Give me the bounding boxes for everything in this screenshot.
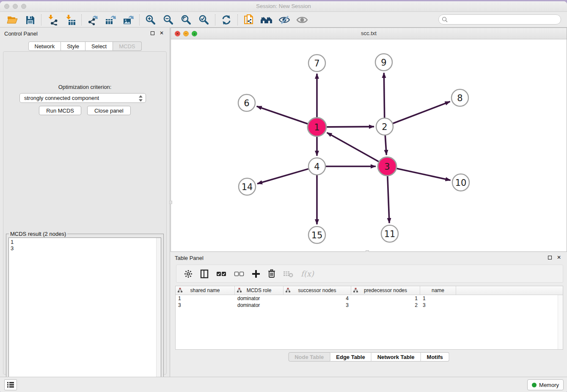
graph-edge-4-14[interactable] [257, 169, 308, 184]
column-header-MCDS-role[interactable]: MCDS role [235, 286, 284, 295]
graph-edge-1-6[interactable] [257, 106, 308, 124]
tab-edge-table[interactable]: Edge Table [330, 352, 371, 362]
graph-node-7[interactable]: 7 [308, 55, 325, 72]
hide-selected-button[interactable] [275, 13, 293, 27]
import-table-button[interactable] [61, 13, 79, 27]
column-header-successor-nodes[interactable]: successor nodes [284, 286, 351, 295]
graph-node-15[interactable]: 15 [308, 226, 325, 243]
graph-node-6[interactable]: 6 [238, 94, 255, 111]
duplicate-network-button[interactable] [240, 13, 258, 27]
graph-node-14[interactable]: 14 [239, 178, 256, 195]
graph-node-4[interactable]: 4 [308, 158, 325, 175]
apply-layout-button[interactable] [217, 13, 235, 27]
tab-style[interactable]: Style [61, 41, 85, 51]
show-column-panel-button[interactable] [200, 268, 209, 280]
zoom-selected-button[interactable] [195, 13, 213, 27]
column-header-predecessor-nodes[interactable]: predecessor nodes [351, 286, 420, 295]
table-cell[interactable]: 4 [284, 295, 351, 302]
table-cell[interactable]: 3 [284, 302, 351, 309]
control-panel-header: Control Panel ✕ [0, 28, 170, 39]
table-cell[interactable]: 1 [176, 295, 235, 302]
close-panel-button[interactable]: ✕ [159, 30, 165, 36]
close-panel-action-button[interactable]: Close panel [87, 106, 131, 115]
graph-edge-3-11[interactable] [388, 176, 389, 223]
tab-select[interactable]: Select [85, 41, 113, 51]
graph-node-10[interactable]: 10 [452, 174, 469, 191]
memory-button[interactable]: Memory [527, 379, 564, 390]
graph-node-11[interactable]: 11 [381, 225, 398, 242]
graph-node-label: 2 [382, 122, 387, 132]
show-all-networks-button[interactable] [258, 13, 275, 27]
tab-mcds[interactable]: MCDS [113, 41, 141, 51]
table-cell[interactable]: dominator [235, 295, 284, 302]
table-cell[interactable]: dominator [235, 302, 284, 309]
search-input[interactable] [438, 14, 561, 25]
tab-node-table[interactable]: Node Table [288, 352, 330, 362]
column-label: successor nodes [298, 287, 336, 293]
graph-node-9[interactable]: 9 [375, 54, 392, 71]
graph-edge-1-2[interactable] [327, 127, 374, 127]
gear-icon [184, 270, 193, 278]
table-cell[interactable]: 3 [420, 302, 456, 309]
tab-motifs[interactable]: Motifs [421, 352, 449, 362]
graph-edge-3-10[interactable] [396, 168, 450, 180]
deselect-all-icon [234, 271, 244, 276]
graph-edge-2-3[interactable] [385, 135, 386, 155]
table-row[interactable]: 3dominator323 [176, 302, 563, 309]
table-options-button[interactable] [184, 268, 193, 280]
delete-row-button[interactable] [268, 268, 275, 280]
vertical-splitter-grip[interactable] [169, 201, 172, 204]
graph-node-2[interactable]: 2 [376, 118, 393, 135]
graph-node-8[interactable]: 8 [451, 89, 468, 106]
float-table-panel-button[interactable] [547, 254, 553, 260]
delete-table-button[interactable] [283, 268, 293, 280]
table-scrollbar[interactable] [558, 295, 563, 349]
tab-network[interactable]: Network [28, 41, 61, 51]
refresh-icon [221, 14, 232, 25]
open-session-button[interactable] [3, 13, 21, 27]
select-all-button[interactable] [216, 268, 226, 280]
zoom-in-icon [145, 14, 156, 25]
deselect-all-button[interactable] [234, 268, 244, 280]
table-cell[interactable]: 1 [420, 295, 456, 302]
graph-node-label: 11 [384, 229, 396, 239]
show-hidden-button[interactable] [293, 13, 311, 27]
export-table-button[interactable] [102, 13, 119, 27]
column-header-name[interactable]: name [420, 286, 456, 295]
hierarchy-icon [178, 288, 182, 293]
graph-node-3[interactable]: 3 [378, 157, 396, 176]
graph-edge-2-8[interactable] [393, 102, 450, 124]
criterion-select[interactable]: strongly connected component [19, 93, 146, 103]
mcds-result-text[interactable]: 1 3 [8, 237, 161, 392]
apply-function-button[interactable]: f(x) [301, 268, 314, 280]
network-canvas[interactable]: 7968124314101511 [171, 39, 567, 251]
optimization-criterion-label: Optimization criterion: [3, 84, 166, 90]
zoom-in-button[interactable] [142, 13, 160, 27]
import-network-button[interactable] [44, 13, 61, 27]
float-panel-button[interactable] [149, 30, 155, 36]
task-history-button[interactable] [4, 379, 17, 390]
save-session-button[interactable] [21, 13, 39, 27]
table-cell[interactable]: 1 [351, 295, 420, 302]
column-header-shared-name[interactable]: shared name [176, 286, 235, 295]
zoom-fit-button[interactable] [177, 13, 195, 27]
graph-edge-2-9[interactable] [384, 73, 384, 118]
graph-edge-3-1[interactable] [327, 133, 379, 162]
close-table-panel-button[interactable]: ✕ [556, 254, 562, 260]
table-cell[interactable]: 2 [351, 302, 420, 309]
table-row[interactable]: 1dominator411 [176, 295, 563, 302]
add-row-button[interactable] [252, 268, 260, 280]
tab-network-table[interactable]: Network Table [372, 352, 421, 362]
export-network-button[interactable] [84, 13, 102, 27]
zoom-out-button[interactable] [160, 13, 177, 27]
graph-node-label: 8 [457, 93, 462, 103]
run-mcds-button[interactable]: Run MCDS [39, 106, 81, 115]
export-image-button[interactable] [119, 13, 137, 27]
graph-node-label: 3 [384, 162, 390, 172]
graph-node-label: 7 [314, 58, 319, 69]
table-cell[interactable]: 3 [176, 302, 235, 309]
delete-table-icon [283, 270, 293, 278]
result-scrollbar[interactable] [156, 238, 161, 392]
graph-node-1[interactable]: 1 [308, 118, 326, 136]
memory-label: Memory [539, 382, 559, 388]
